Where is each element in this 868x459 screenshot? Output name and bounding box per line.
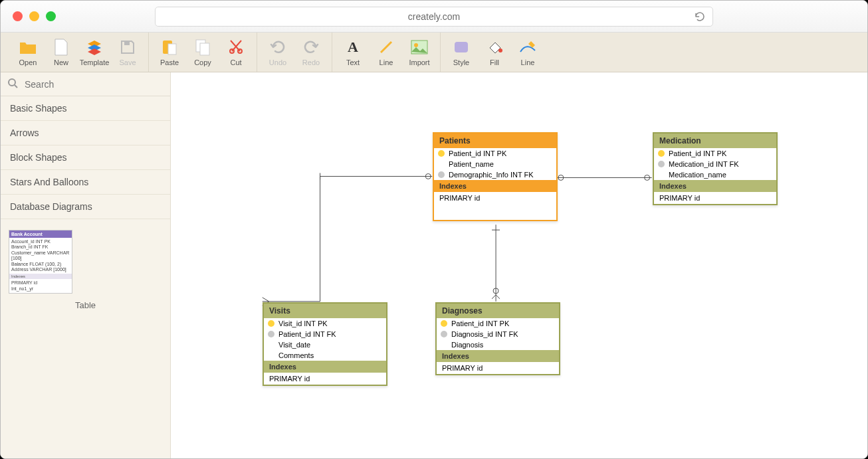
svg-rect-2 [168,44,176,54]
sidebar-cat-database[interactable]: Database Diagrams [1,195,170,219]
entity-row: Diagnosis_id INT FK [437,329,559,339]
import-button[interactable]: Import [403,35,436,70]
diagram-canvas[interactable]: Patients Patient_id INT PKPatient_nameDe… [171,72,867,458]
redo-button[interactable]: Redo [294,35,328,70]
minimize-window-button[interactable] [29,11,39,21]
spacer-icon [268,341,274,348]
import-icon [411,39,428,56]
entity-row: Patient_id INT PK [437,318,559,329]
sidebar-search [1,72,170,96]
sidebar-cat-block-shapes[interactable]: Block Shapes [1,145,170,170]
line-button[interactable]: Line [370,35,403,70]
svg-line-7 [381,42,391,52]
foreign-key-icon [438,171,445,178]
svg-rect-4 [200,43,209,55]
sidebar-cat-stars-balloons[interactable]: Stars And Balloons [1,170,170,195]
entity-row: Patient_id INT FK [264,329,386,339]
style-button[interactable]: Style [445,35,478,70]
main-area: Basic Shapes Arrows Block Shapes Stars A… [1,72,867,458]
entity-row: Comments [264,350,386,361]
search-icon [7,78,18,91]
line-style-button[interactable]: Line [511,35,544,70]
shapes-sidebar: Basic Shapes Arrows Block Shapes Stars A… [1,72,171,458]
entity-row: Patient_id INT PK [434,148,556,159]
svg-point-12 [9,79,15,86]
template-icon [86,39,103,56]
copy-button[interactable]: Copy [186,35,219,70]
save-icon [119,39,136,56]
entity-row: Medication_id INT FK [654,159,776,169]
entity-row: Medication_name [654,169,776,180]
svg-point-11 [498,48,502,52]
main-toolbar: Open New Template Save Paste Copy [1,33,867,72]
redo-icon [302,39,320,56]
entity-visits[interactable]: Visits Visit_id INT PKPatient_id INT FKV… [263,302,387,386]
svg-point-15 [558,175,564,180]
undo-icon [269,39,286,56]
save-button[interactable]: Save [111,35,144,70]
open-button[interactable]: Open [11,35,45,70]
primary-key-icon [268,320,274,327]
template-button[interactable]: Template [78,35,111,70]
app-window: creately.com Open New Template Save [0,0,868,459]
foreign-key-icon [441,331,447,337]
document-icon [53,39,70,56]
cut-button[interactable]: Cut [219,35,253,70]
text-icon: A [344,39,362,56]
window-controls [13,11,56,21]
close-window-button[interactable] [13,11,23,21]
paste-icon [161,39,178,56]
new-button[interactable]: New [45,35,78,70]
reload-icon[interactable] [694,11,706,25]
connectors-layer [171,72,867,458]
entity-diagnoses[interactable]: Diagnoses Patient_id INT PKDiagnosis_id … [435,302,560,375]
shape-preview-area: Bank Account Account_id INT PK Branch_id… [1,219,170,321]
folder-icon [19,39,37,56]
text-button[interactable]: A Text [336,35,370,70]
style-icon [453,39,470,56]
entity-row: Visit_date [264,339,386,350]
spacer-icon [268,352,274,359]
entity-row: Patient_name [434,159,556,169]
svg-point-17 [425,173,431,179]
svg-rect-10 [455,42,468,52]
sidebar-cat-arrows[interactable]: Arrows [1,121,170,145]
spacer-icon [438,161,445,167]
entity-row: Demographic_Info INT FK [434,169,556,180]
copy-icon [194,39,211,56]
svg-line-13 [15,85,17,88]
spacer-icon [441,341,447,348]
entity-row: Visit_id INT PK [264,318,386,329]
sidebar-cat-basic-shapes[interactable]: Basic Shapes [1,96,170,121]
fill-icon [486,39,503,56]
cut-icon [227,39,245,56]
address-bar[interactable]: creately.com [155,7,713,27]
foreign-key-icon [658,161,665,167]
svg-line-18 [263,298,269,302]
spacer-icon [658,171,665,178]
svg-rect-0 [124,41,130,45]
primary-key-icon [441,320,447,327]
entity-medication[interactable]: Medication Patient_id INT PKMedication_i… [653,132,778,205]
svg-point-9 [414,43,418,47]
undo-button[interactable]: Undo [261,35,294,70]
entity-patients[interactable]: Patients Patient_id INT PKPatient_nameDe… [433,132,558,221]
zoom-window-button[interactable] [46,11,56,21]
primary-key-icon [438,150,445,157]
svg-line-24 [492,295,496,299]
search-input[interactable] [25,79,163,90]
primary-key-icon [658,150,665,157]
foreign-key-icon [268,331,274,337]
browser-titlebar: creately.com [1,1,867,33]
fill-button[interactable]: Fill [478,35,511,70]
line-icon [378,39,395,56]
svg-point-16 [645,175,650,180]
entity-row: Diagnosis [437,339,559,350]
svg-line-25 [496,295,500,299]
address-bar-text: creately.com [408,11,460,22]
table-shape-thumb[interactable]: Bank Account Account_id INT PK Branch_id… [9,230,72,294]
svg-point-23 [493,288,498,294]
entity-row: Patient_id INT PK [654,148,776,159]
paste-button[interactable]: Paste [153,35,186,70]
pencil-icon [519,39,536,56]
